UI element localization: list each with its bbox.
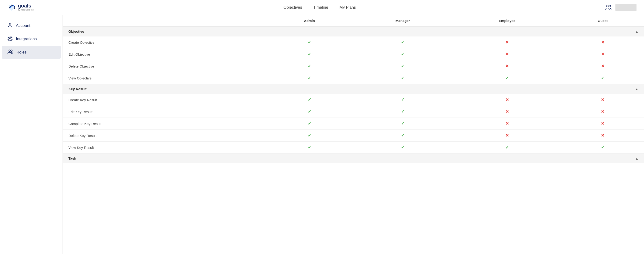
section-collapse-btn[interactable]: ▲: [561, 27, 644, 36]
chevron-up-icon: ▲: [635, 87, 638, 91]
sidebar-item-integrations[interactable]: Integrations: [2, 32, 61, 45]
svg-point-5: [9, 50, 10, 52]
sidebar-label-integrations: Integrations: [16, 37, 37, 41]
permission-label: Delete Key Result: [63, 130, 266, 142]
sidebar-label-roles: Roles: [16, 50, 26, 55]
admin-cell: ✓: [266, 36, 353, 48]
check-icon: ✓: [601, 145, 604, 150]
permission-label: Delete Objective: [63, 60, 266, 72]
employee-cell: ✕: [453, 106, 562, 118]
logo: goals by KeepSolid Inc.: [8, 3, 34, 12]
svg-point-3: [9, 23, 11, 25]
nav-my-plans[interactable]: My Plans: [340, 4, 356, 11]
nav-timeline[interactable]: Timeline: [313, 4, 328, 11]
section-collapse-btn[interactable]: ▲: [561, 153, 644, 163]
nav-objectives[interactable]: Objectives: [284, 4, 302, 11]
sidebar-item-account[interactable]: Account: [2, 19, 61, 32]
manager-cell: ✓: [353, 60, 453, 72]
group-icon: [8, 49, 13, 55]
cross-icon: ✕: [601, 121, 604, 126]
check-icon: ✓: [401, 40, 404, 45]
chevron-up-icon: ▲: [635, 156, 638, 160]
check-icon: ✓: [401, 76, 404, 80]
section-row-objective: Objective ▲: [63, 27, 644, 36]
cross-icon: ✕: [601, 40, 604, 45]
user-avatar[interactable]: [616, 4, 636, 11]
admin-cell: ✓: [266, 94, 353, 106]
admin-cell: ✓: [266, 118, 353, 130]
cross-icon: ✕: [505, 98, 509, 102]
cross-icon: ✕: [505, 133, 509, 138]
employee-cell: ✓: [453, 142, 562, 153]
table-row: View Objective ✓ ✓ ✓ ✓: [63, 72, 644, 84]
employee-cell: ✕: [453, 48, 562, 60]
section-label: Key Result: [63, 84, 561, 94]
person-icon: [8, 22, 13, 29]
guest-cell: ✕: [561, 94, 644, 106]
guest-cell: ✓: [561, 72, 644, 84]
cross-icon: ✕: [601, 109, 604, 114]
cross-icon: ✕: [601, 98, 604, 102]
table-row: Create Objective ✓ ✓ ✕ ✕: [63, 36, 644, 48]
employee-cell: ✓: [453, 72, 562, 84]
guest-cell: ✕: [561, 60, 644, 72]
roles-table: Admin Manager Employee Guest Objective ▲…: [63, 15, 644, 163]
svg-point-0: [13, 5, 14, 6]
check-icon: ✓: [401, 64, 404, 68]
admin-cell: ✓: [266, 72, 353, 84]
manager-cell: ✓: [353, 72, 453, 84]
manager-cell: ✓: [353, 118, 453, 130]
check-icon: ✓: [308, 121, 311, 126]
logo-sub: by KeepSolid Inc.: [18, 8, 34, 11]
sidebar-label-account: Account: [16, 23, 30, 28]
permission-label: View Objective: [63, 72, 266, 84]
cross-icon: ✕: [505, 121, 509, 126]
check-icon: ✓: [308, 76, 311, 80]
table-row: Edit Key Result ✓ ✓ ✕ ✕: [63, 106, 644, 118]
col-employee: Employee: [453, 15, 562, 27]
chevron-up-icon: ▲: [635, 30, 638, 33]
svg-point-2: [609, 5, 611, 7]
check-icon: ✓: [401, 145, 404, 150]
table-row: Delete Objective ✓ ✓ ✕ ✕: [63, 60, 644, 72]
manager-cell: ✓: [353, 94, 453, 106]
section-row-task: Task ▲: [63, 153, 644, 163]
section-collapse-btn[interactable]: ▲: [561, 84, 644, 94]
section-label: Objective: [63, 27, 561, 36]
col-guest: Guest: [561, 15, 644, 27]
check-icon: ✓: [308, 64, 311, 68]
check-icon: ✓: [505, 76, 509, 80]
check-icon: ✓: [401, 109, 404, 114]
check-icon: ✓: [401, 52, 404, 57]
employee-cell: ✕: [453, 60, 562, 72]
table-row: View Key Result ✓ ✓ ✓ ✓: [63, 142, 644, 153]
cross-icon: ✕: [601, 64, 604, 68]
admin-cell: ✓: [266, 142, 353, 153]
gear-icon: [8, 36, 13, 42]
section-label: Task: [63, 153, 561, 163]
header-right: [605, 4, 636, 11]
admin-cell: ✓: [266, 106, 353, 118]
employee-cell: ✕: [453, 36, 562, 48]
cross-icon: ✕: [505, 40, 509, 45]
guest-cell: ✕: [561, 48, 644, 60]
check-icon: ✓: [401, 133, 404, 138]
sidebar: Account Integrations Roles: [0, 15, 63, 254]
user-icon-button[interactable]: [605, 4, 612, 11]
check-icon: ✓: [505, 145, 509, 150]
permission-label: Edit Key Result: [63, 106, 266, 118]
sidebar-item-roles[interactable]: Roles: [2, 46, 61, 59]
app-body: Account Integrations Roles: [0, 15, 644, 254]
cross-icon: ✕: [601, 133, 604, 138]
table-row: Delete Key Result ✓ ✓ ✕ ✕: [63, 130, 644, 142]
cross-icon: ✕: [505, 52, 509, 57]
check-icon: ✓: [601, 76, 604, 80]
admin-cell: ✓: [266, 130, 353, 142]
check-icon: ✓: [308, 109, 311, 114]
logo-text: goals by KeepSolid Inc.: [18, 3, 34, 11]
col-admin: Admin: [266, 15, 353, 27]
permission-label: Create Key Result: [63, 94, 266, 106]
svg-point-1: [606, 5, 608, 7]
users-icon: [605, 4, 612, 10]
check-icon: ✓: [308, 52, 311, 57]
